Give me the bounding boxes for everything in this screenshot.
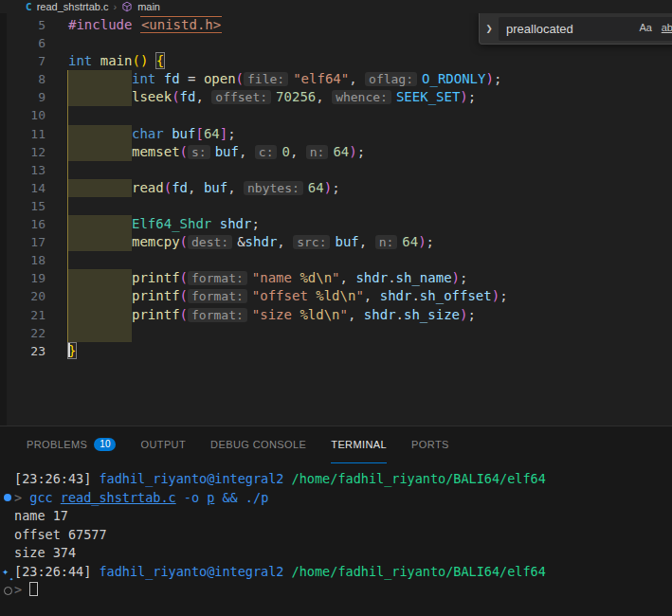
terminal-line: [23:26:43] fadhil_riyanto@integral2 /hom…	[0, 470, 672, 489]
token: %d\n	[300, 270, 332, 285]
token: ,	[188, 180, 204, 195]
line-number: 8	[0, 70, 45, 88]
token: )	[485, 71, 493, 86]
panel-tab-terminal[interactable]: TERMINAL	[331, 426, 387, 463]
token: Elf64_Shdr	[132, 216, 211, 231]
terminal-link[interactable]: read_shstrtab.c	[61, 490, 176, 505]
token: 64	[204, 126, 220, 141]
indent-highlight	[68, 287, 132, 305]
token: ,	[359, 234, 375, 249]
breadcrumb[interactable]: C read_shstrtab.c › main	[0, 0, 672, 13]
terminal[interactable]: [23:26:43] fadhil_riyanto@integral2 /hom…	[0, 464, 672, 616]
token: &	[237, 234, 245, 249]
token: sh_offset	[420, 288, 492, 303]
token: .	[396, 307, 404, 322]
code-line[interactable]: 19printf(format:"name %d\n", shdr.sh_nam…	[0, 269, 672, 287]
token	[132, 17, 139, 32]
token: -o	[176, 490, 208, 505]
line-number: 9	[0, 88, 45, 106]
line-number: 7	[0, 52, 45, 70]
find-input-wrapper: Aa ab	[499, 17, 672, 41]
token: #include	[68, 17, 132, 32]
token: sh_size	[404, 307, 460, 322]
code-line[interactable]: 20printf(format:"offset %ld\n", shdr.sh_…	[0, 287, 672, 305]
code-line[interactable]: 12memset(s:buf, c:0, n:64);	[0, 143, 672, 161]
token: buf	[215, 144, 239, 159]
token: buf	[204, 180, 227, 195]
token: offset 67577	[14, 527, 107, 542]
line-number: 23	[0, 342, 45, 360]
indent-highlight	[68, 269, 132, 287]
code-line[interactable]: 21printf(format:"size %ld\n", shdr.sh_si…	[0, 306, 672, 324]
code-line[interactable]: 11char buf[64];	[0, 125, 672, 143]
token: SEEK_SET	[396, 89, 460, 104]
token: fd	[172, 180, 188, 195]
code-line[interactable]: 7int main() {	[0, 52, 672, 70]
code-line[interactable]: 13	[0, 161, 672, 179]
terminal-circle-decoration-icon[interactable]	[2, 581, 13, 600]
token: )	[349, 144, 356, 159]
token: {	[155, 52, 165, 69]
code-line[interactable]: 14read(fd, buf, nbytes:64);	[0, 179, 672, 197]
token: ,	[277, 234, 293, 249]
tab-label: TERMINAL	[331, 439, 387, 450]
code-line[interactable]: 23}	[0, 342, 672, 360]
token: fd	[164, 71, 180, 86]
token: [	[195, 126, 203, 141]
find-widget[interactable]: ❯ Aa ab	[479, 13, 672, 45]
token: ,	[348, 307, 364, 322]
token: shdr	[355, 270, 388, 285]
code-line[interactable]: 10	[0, 106, 672, 124]
terminal-line: > gcc read_shstrtab.c -o p && ./p	[0, 489, 672, 508]
whole-word-icon[interactable]: ab	[662, 22, 672, 33]
panel-tab-output[interactable]: OUTPUT	[140, 426, 186, 463]
token: )	[324, 180, 332, 195]
token: 64	[402, 234, 418, 249]
bottom-panel: PROBLEMS10OUTPUTDEBUG CONSOLETERMINALPOR…	[0, 426, 672, 616]
token: gcc	[29, 490, 61, 505]
terminal-line: name 17	[0, 507, 672, 526]
token: )	[460, 89, 467, 104]
token: ;	[467, 307, 475, 322]
panel-tab-ports[interactable]: PORTS	[411, 426, 449, 463]
toggle-replace-chevron-icon[interactable]: ❯	[480, 22, 499, 35]
terminal-sparkle-decoration-icon[interactable]	[2, 563, 13, 582]
terminal-line: size 374	[0, 544, 672, 563]
token: [23:26:44]	[14, 564, 99, 579]
code-editor[interactable]: 5#include <unistd.h>67int main() {8int f…	[0, 13, 672, 426]
token	[155, 71, 163, 86]
code-line[interactable]: 15	[0, 197, 672, 215]
code-line[interactable]: 17memcpy(dest:&shdr, src:buf, n:64);	[0, 233, 672, 251]
code-line[interactable]: 22	[0, 324, 672, 342]
token: shdr	[245, 234, 278, 249]
token: ;	[357, 144, 365, 159]
indent-highlight	[68, 233, 132, 251]
token: fd	[180, 89, 196, 104]
inlay-hint: nbytes:	[244, 181, 303, 195]
token: printf	[132, 270, 180, 285]
token: (	[180, 234, 188, 249]
token: [23:26:43]	[14, 471, 99, 486]
terminal-dot-decoration-icon[interactable]	[2, 489, 13, 508]
breadcrumb-symbol[interactable]: main	[137, 1, 160, 12]
code-line[interactable]: 8int fd = open(file:"elf64", oflag:O_RDO…	[0, 70, 672, 88]
inlay-hint: c:	[255, 145, 278, 159]
token: "	[340, 307, 348, 322]
token: .	[411, 288, 419, 303]
code-line[interactable]: 9lseek(fd, offset:70256, whence:SEEK_SET…	[0, 88, 672, 106]
panel-tab-debug-console[interactable]: DEBUG CONSOLE	[210, 426, 306, 463]
terminal-line: offset 67577	[0, 526, 672, 545]
token: (	[236, 71, 244, 86]
chevron-right-icon: ›	[113, 1, 117, 12]
code-lines: 5#include <unistd.h>67int main() {8int f…	[0, 13, 672, 360]
match-case-icon[interactable]: Aa	[640, 22, 652, 33]
indent-highlight	[68, 306, 132, 324]
token: printf	[132, 307, 180, 322]
breadcrumb-file[interactable]: read_shstrtab.c	[37, 1, 109, 12]
panel-tab-problems[interactable]: PROBLEMS10	[27, 426, 116, 463]
line-number: 5	[0, 16, 45, 34]
token: >	[14, 490, 29, 505]
code-line[interactable]: 16Elf64_Shdr shdr;	[0, 215, 672, 233]
token: lseek	[132, 89, 172, 104]
code-line[interactable]: 18	[0, 251, 672, 269]
